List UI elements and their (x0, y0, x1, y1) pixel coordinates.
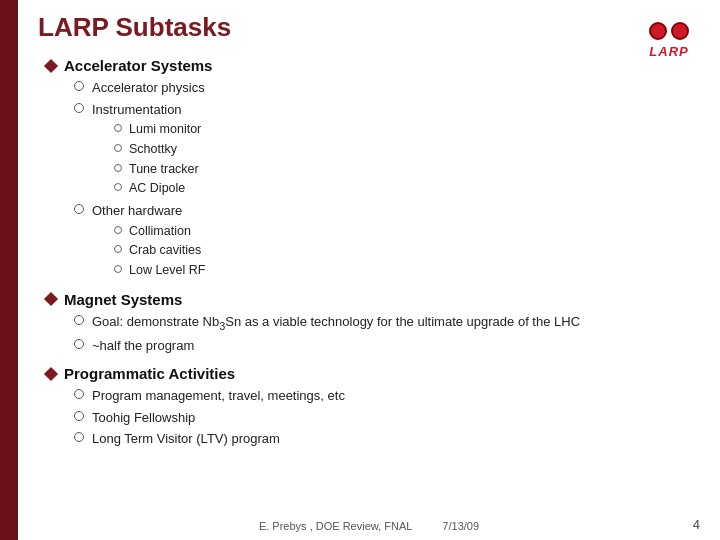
crab-cavities-label: Crab cavities (129, 241, 201, 260)
magnet-subsections: Goal: demonstrate Nb3Sn as a viable tech… (46, 312, 704, 355)
subsection-accelerator-physics: Accelerator physics (74, 78, 704, 98)
diamond-bullet-3 (44, 367, 58, 381)
section-programmatic: Programmatic Activities Program manageme… (46, 365, 704, 449)
toohig-item: Toohig Fellowship (74, 408, 704, 428)
section-accelerator-systems: Accelerator Systems Accelerator physics … (46, 57, 704, 281)
circle-bullet-goal (74, 315, 84, 325)
small-bullet-lowlevel (114, 265, 122, 273)
magnet-half-item: ~half the program (74, 336, 704, 356)
section-magnet-systems: Magnet Systems Goal: demonstrate Nb3Sn a… (46, 291, 704, 355)
magnet-goal-label: Goal: demonstrate Nb3Sn as a viable tech… (92, 312, 580, 334)
list-item: Collimation (114, 222, 205, 241)
small-bullet-ac (114, 183, 122, 191)
logo: LARP (634, 10, 704, 70)
small-bullet-lumi (114, 124, 122, 132)
accelerator-physics-label: Accelerator physics (92, 78, 205, 98)
left-bar (0, 0, 18, 540)
list-item: Low Level RF (114, 261, 205, 280)
toohig-label: Toohig Fellowship (92, 408, 195, 428)
other-hardware-label: Other hardware (92, 203, 182, 218)
footer: E. Prebys , DOE Review, FNAL 7/13/09 (18, 520, 720, 532)
programmatic-subsections: Program management, travel, meetings, et… (46, 386, 704, 449)
footer-page: 4 (693, 517, 700, 532)
ltv-label: Long Term Visitor (LTV) program (92, 429, 280, 449)
ac-dipole-label: AC Dipole (129, 179, 185, 198)
low-level-rf-label: Low Level RF (129, 261, 205, 280)
footer-date: 7/13/09 (442, 520, 479, 532)
circle-bullet-ltv (74, 432, 84, 442)
accelerator-subsections: Accelerator physics Instrumentation Lumi… (46, 78, 704, 281)
logo-text: LARP (649, 44, 688, 59)
small-bullet-schottky (114, 144, 122, 152)
accelerator-systems-label: Accelerator Systems (64, 57, 212, 74)
circle-bullet-prog (74, 389, 84, 399)
magnet-half-label: ~half the program (92, 336, 194, 356)
circle-bullet-physics (74, 81, 84, 91)
logo-circle-right (671, 22, 689, 40)
logo-circle-left (649, 22, 667, 40)
logo-circles (649, 22, 689, 40)
instrumentation-items: Lumi monitor Schottky Tune tracker (92, 120, 201, 198)
circle-bullet-hardware (74, 204, 84, 214)
hardware-items: Collimation Crab cavities Low Level RF (92, 222, 205, 280)
collimation-label: Collimation (129, 222, 191, 241)
schottky-label: Schottky (129, 140, 177, 159)
circle-bullet-toohig (74, 411, 84, 421)
prog-management-label: Program management, travel, meetings, et… (92, 386, 345, 406)
magnet-goal-item: Goal: demonstrate Nb3Sn as a viable tech… (74, 312, 704, 334)
magnet-systems-label: Magnet Systems (64, 291, 182, 308)
other-hardware-block: Other hardware Collimation Crab cavities (92, 201, 205, 281)
list-item: Crab cavities (114, 241, 205, 260)
diamond-bullet-2 (44, 292, 58, 306)
ltv-item: Long Term Visitor (LTV) program (74, 429, 704, 449)
small-bullet-tune (114, 164, 122, 172)
section-header-programmatic: Programmatic Activities (46, 365, 704, 382)
circle-bullet-instrumentation (74, 103, 84, 113)
small-bullet-collimation (114, 226, 122, 234)
main-list: Accelerator Systems Accelerator physics … (38, 57, 704, 449)
programmatic-label: Programmatic Activities (64, 365, 235, 382)
instrumentation-label: Instrumentation (92, 102, 182, 117)
page-title: LARP Subtasks (38, 12, 704, 43)
subsection-other-hardware: Other hardware Collimation Crab cavities (74, 201, 704, 281)
lumi-label: Lumi monitor (129, 120, 201, 139)
list-item: Schottky (114, 140, 201, 159)
list-item: Tune tracker (114, 160, 201, 179)
section-header-magnet: Magnet Systems (46, 291, 704, 308)
footer-left: E. Prebys , DOE Review, FNAL (259, 520, 412, 532)
main-content: LARP LARP Subtasks Accelerator Systems A… (18, 0, 720, 540)
small-bullet-crab (114, 245, 122, 253)
list-item: AC Dipole (114, 179, 201, 198)
instrumentation-block: Instrumentation Lumi monitor Schottky (92, 100, 201, 200)
list-item: Lumi monitor (114, 120, 201, 139)
section-header-accelerator: Accelerator Systems (46, 57, 704, 74)
diamond-bullet-1 (44, 58, 58, 72)
prog-management-item: Program management, travel, meetings, et… (74, 386, 704, 406)
subsection-instrumentation: Instrumentation Lumi monitor Schottky (74, 100, 704, 200)
tune-tracker-label: Tune tracker (129, 160, 199, 179)
circle-bullet-half (74, 339, 84, 349)
